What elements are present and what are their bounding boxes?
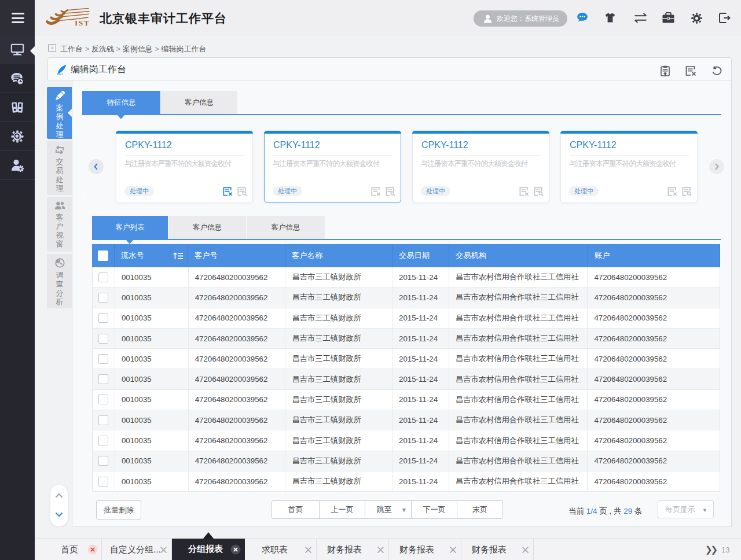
svg-text:IST: IST: [75, 19, 90, 27]
